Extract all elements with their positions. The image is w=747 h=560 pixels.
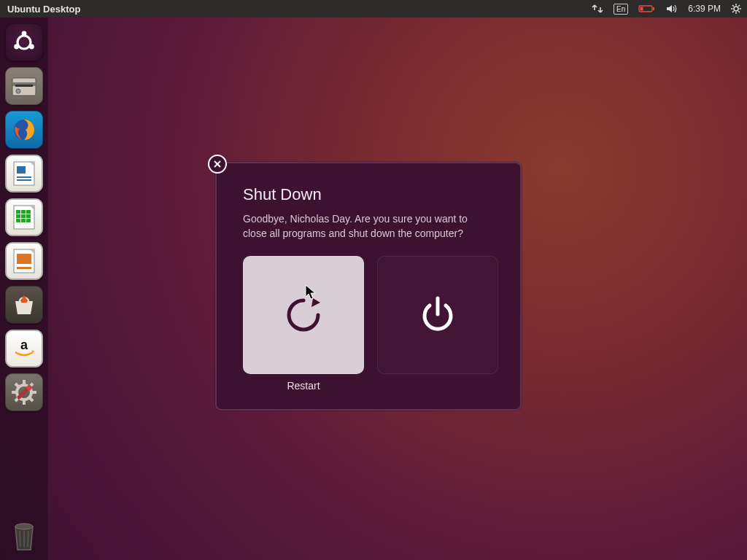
shutdown-button[interactable] bbox=[377, 256, 498, 374]
launcher-item-dash[interactable] bbox=[5, 23, 43, 61]
restart-label: Restart bbox=[287, 380, 320, 393]
svg-text:a: a bbox=[20, 338, 28, 352]
ubuntu-logo-icon bbox=[9, 28, 39, 57]
clock[interactable]: 6:39 PM bbox=[688, 4, 721, 14]
svg-line-9 bbox=[738, 11, 740, 12]
gear-icon[interactable] bbox=[731, 4, 741, 14]
launcher: a bbox=[0, 18, 48, 560]
window-title: Ubuntu Desktop bbox=[6, 4, 80, 15]
firefox-icon bbox=[9, 115, 39, 144]
svg-rect-31 bbox=[16, 214, 20, 218]
file-manager-icon bbox=[10, 74, 38, 98]
launcher-item-impress[interactable] bbox=[5, 242, 43, 280]
svg-rect-24 bbox=[17, 166, 26, 174]
svg-point-21 bbox=[16, 89, 20, 93]
impress-icon bbox=[11, 246, 37, 276]
svg-rect-39 bbox=[17, 267, 31, 269]
launcher-item-software[interactable] bbox=[5, 286, 43, 324]
launcher-item-amazon[interactable]: a bbox=[5, 330, 43, 368]
svg-rect-40 bbox=[21, 300, 27, 303]
power-icon bbox=[412, 289, 463, 341]
svg-line-47 bbox=[15, 384, 18, 386]
close-button[interactable] bbox=[208, 155, 227, 174]
svg-point-15 bbox=[14, 44, 19, 50]
indicator-area: En 6:39 PM bbox=[592, 4, 741, 15]
svg-rect-32 bbox=[21, 214, 26, 218]
svg-rect-28 bbox=[16, 210, 20, 214]
svg-rect-20 bbox=[15, 85, 33, 87]
svg-line-8 bbox=[732, 5, 734, 7]
dialog-message: Goodbye, Nicholas Day. Are you sure you … bbox=[243, 211, 494, 241]
software-center-icon bbox=[11, 292, 37, 317]
svg-line-10 bbox=[732, 11, 734, 12]
svg-point-3 bbox=[734, 7, 738, 11]
svg-rect-35 bbox=[21, 219, 26, 222]
launcher-item-firefox[interactable] bbox=[5, 111, 43, 149]
dialog-title: Shut Down bbox=[243, 185, 494, 204]
svg-rect-26 bbox=[17, 179, 31, 181]
svg-rect-30 bbox=[26, 210, 31, 214]
svg-line-11 bbox=[738, 5, 740, 7]
restart-icon bbox=[278, 289, 329, 341]
trash-icon bbox=[8, 518, 40, 553]
svg-rect-36 bbox=[26, 219, 31, 222]
launcher-item-trash[interactable] bbox=[5, 516, 43, 554]
keyboard-indicator[interactable]: En bbox=[614, 4, 628, 15]
restart-button[interactable] bbox=[243, 256, 364, 374]
svg-rect-38 bbox=[17, 254, 31, 264]
svg-line-48 bbox=[30, 398, 33, 401]
network-icon[interactable] bbox=[592, 4, 603, 14]
svg-rect-25 bbox=[17, 176, 31, 178]
svg-rect-34 bbox=[16, 219, 20, 222]
battery-icon[interactable] bbox=[638, 4, 656, 13]
svg-rect-33 bbox=[26, 214, 31, 218]
close-icon bbox=[213, 160, 222, 168]
svg-point-16 bbox=[29, 44, 34, 50]
mouse-cursor bbox=[305, 284, 318, 303]
top-menubar: Ubuntu Desktop En 6:39 PM bbox=[0, 0, 747, 18]
launcher-item-settings[interactable] bbox=[5, 373, 43, 411]
amazon-icon: a bbox=[11, 338, 37, 359]
shutdown-dialog: Shut Down Goodbye, Nicholas Day. Are you… bbox=[215, 162, 522, 411]
svg-point-52 bbox=[15, 524, 33, 529]
svg-rect-29 bbox=[21, 210, 26, 214]
volume-icon[interactable] bbox=[666, 4, 678, 14]
launcher-item-calc[interactable] bbox=[5, 198, 43, 236]
writer-icon bbox=[11, 159, 37, 188]
svg-rect-2 bbox=[640, 7, 643, 11]
svg-point-14 bbox=[22, 31, 27, 36]
launcher-item-files[interactable] bbox=[5, 67, 43, 105]
launcher-item-writer[interactable] bbox=[5, 155, 43, 192]
settings-icon bbox=[10, 378, 38, 406]
calc-icon bbox=[11, 203, 37, 232]
svg-rect-1 bbox=[653, 7, 654, 10]
